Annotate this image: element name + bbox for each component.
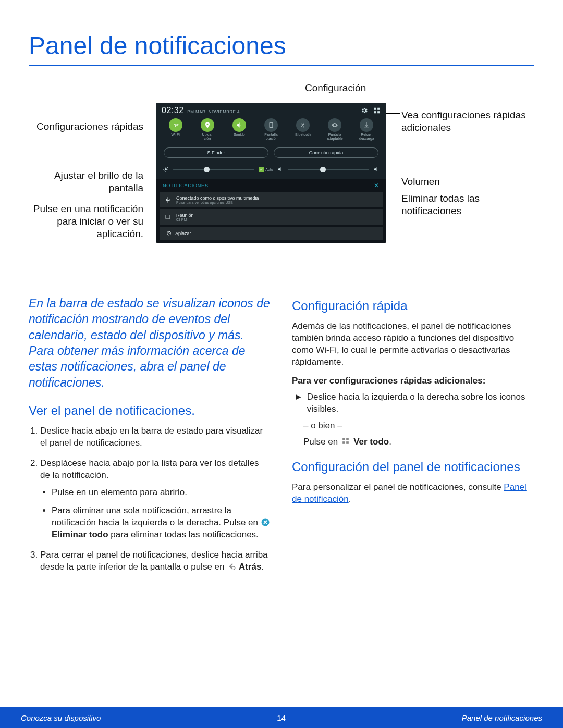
sfinder-button[interactable]: S Finder	[164, 147, 268, 158]
footer-left: Conozca su dispositivo	[21, 713, 101, 722]
subhead-additional: Para ver configuraciones rápidas adicion…	[292, 376, 534, 386]
back-icon	[227, 562, 236, 571]
step-3: Para cerrar el panel de notificaciones, …	[40, 549, 271, 573]
callout-quick-settings: Configuraciones rápidas	[29, 120, 143, 133]
volume-slider-icon	[277, 166, 284, 172]
bullet-open-item: Pulse en un elemento para abrirlo.	[52, 487, 271, 499]
heading-quick-settings: Configuración rápida	[292, 299, 534, 313]
annotated-screenshot: Configuración Vea configuraciones rápida…	[29, 82, 534, 280]
location-icon[interactable]	[201, 118, 214, 132]
svg-rect-0	[374, 108, 376, 110]
clear-all-icon[interactable]: ✕	[374, 182, 380, 189]
page-footer: Conozca su dispositivo 14 Panel de notif…	[0, 707, 563, 728]
quick-settings-row: Wi-Fi Ubica- ción Sonido Pantalla rotaci…	[156, 117, 386, 143]
right-column: Configuración rápida Además de las notif…	[292, 295, 534, 582]
brightness-slider[interactable]: ✓Auto	[163, 164, 380, 175]
svg-point-5	[165, 168, 167, 170]
left-column: En la barra de estado se visualizan icon…	[29, 295, 271, 582]
usb-icon	[165, 196, 171, 203]
paragraph-panel-config: Para personalizar el panel de notificaci…	[292, 482, 534, 505]
grid-icon[interactable]	[373, 107, 381, 114]
view-all-grid-icon	[342, 436, 349, 443]
notification-panel-screenshot: 02:32 PM MAR, NOVIEMBRE 4 Wi-Fi Ubica- c…	[156, 103, 386, 243]
svg-rect-4	[270, 122, 273, 127]
rotate-icon[interactable]	[264, 118, 278, 132]
snooze-button[interactable]: Aplazar	[160, 227, 383, 240]
volume-slider[interactable]	[288, 169, 369, 170]
arrow-item-swipe: ►Deslice hacia la izquierda o la derecha…	[292, 391, 534, 415]
callout-tap-notification: Pulse en una notificación para iniciar o…	[29, 203, 143, 240]
callout-view-additional: Vea configuraciones rápidas adicionales	[401, 109, 532, 134]
alarm-icon	[166, 230, 172, 237]
svg-rect-2	[374, 111, 376, 113]
intro-paragraph: En la barra de estado se visualizan icon…	[29, 295, 271, 390]
step-2: Desplácese hacia abajo por la lista para…	[40, 458, 271, 541]
callout-brightness: Ajustar el brillo de la pantalla	[29, 169, 143, 194]
page-title: Panel de notificaciones	[29, 31, 534, 66]
footer-right: Panel de notificaciones	[462, 713, 542, 722]
callout-settings: Configuración	[305, 82, 366, 94]
paragraph-quick-settings: Además de las notificaciones, el panel d…	[292, 320, 534, 368]
svg-rect-9	[342, 438, 345, 440]
callout-volume: Volumen	[401, 176, 440, 188]
footer-page-number: 14	[277, 713, 286, 722]
svg-rect-6	[166, 215, 170, 219]
bullet-clear-item: Para eliminar una sola notificación, arr…	[52, 505, 271, 541]
panel-date: PM MAR, NOVIEMBRE 4	[187, 109, 240, 114]
step-1: Deslice hacia abajo en la barra de estad…	[40, 425, 271, 449]
svg-rect-1	[377, 108, 380, 110]
notifications-header-label: NOTIFICACIONES	[163, 183, 209, 188]
volume-icon	[373, 166, 380, 172]
clear-all-x-icon	[261, 517, 270, 527]
svg-rect-10	[346, 438, 349, 440]
or-divider: – o bien –	[292, 421, 534, 431]
calendar-icon	[165, 214, 171, 220]
adaptive-display-icon[interactable]	[328, 118, 341, 132]
arrow-item-viewall: Pulse en Ver todo.	[292, 436, 534, 448]
panel-time: 02:32	[162, 106, 184, 115]
svg-rect-11	[342, 441, 345, 444]
svg-rect-12	[346, 441, 349, 444]
bluetooth-icon[interactable]	[296, 118, 310, 132]
sound-icon[interactable]	[232, 118, 246, 132]
heading-view-panel: Ver el panel de notificaciones.	[29, 403, 271, 418]
quick-connect-button[interactable]: Conexión rápida	[274, 147, 378, 158]
download-booster-icon[interactable]	[360, 118, 373, 132]
svg-rect-3	[377, 111, 380, 113]
notification-card-usb[interactable]: Conectado como dispositivo multimedia Pu…	[160, 192, 383, 207]
gear-icon[interactable]	[361, 107, 368, 114]
wifi-icon[interactable]	[169, 118, 182, 132]
brightness-icon	[163, 166, 169, 172]
notification-card-meeting[interactable]: Reunión 03 PM	[160, 209, 383, 225]
heading-panel-config: Configuración del panel de notificacione…	[292, 460, 534, 474]
callout-clear-all: Eliminar todas las notificaciones	[401, 192, 532, 217]
